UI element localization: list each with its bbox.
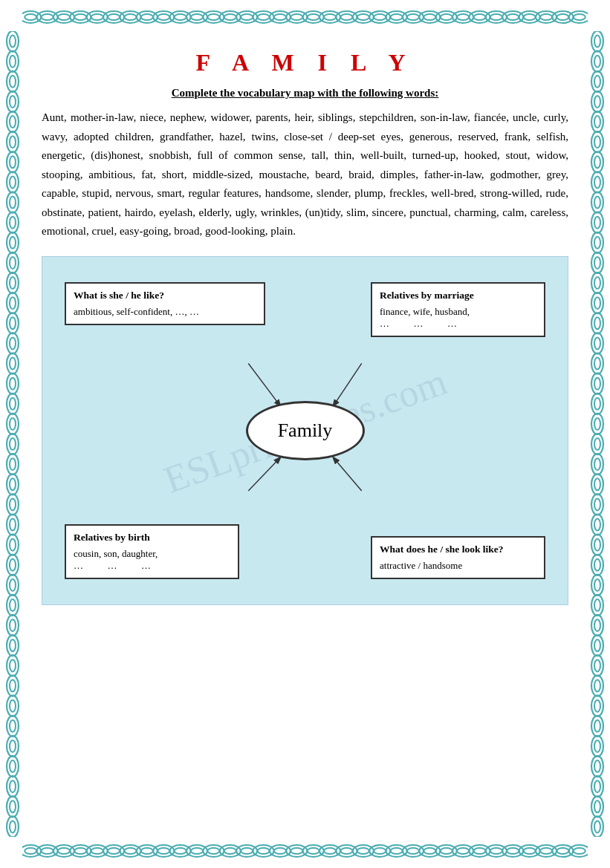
- svg-point-242: [594, 237, 600, 249]
- svg-line-2: [334, 363, 362, 405]
- svg-point-153: [7, 151, 19, 172]
- svg-point-72: [574, 14, 585, 20]
- svg-point-290: [594, 720, 600, 732]
- svg-point-125: [452, 845, 473, 857]
- svg-point-54: [424, 14, 435, 20]
- svg-point-80: [74, 848, 86, 854]
- svg-point-198: [10, 599, 16, 611]
- svg-point-113: [353, 845, 374, 857]
- svg-point-263: [591, 454, 603, 474]
- svg-point-108: [308, 848, 319, 854]
- svg-point-132: [507, 848, 519, 854]
- box-relatives-birth-content: cousin, son, daughter, … … …: [74, 548, 230, 572]
- svg-point-9: [53, 11, 74, 23]
- svg-point-33: [253, 11, 274, 23]
- box-relatives-marriage-title: Relatives by marriage: [380, 290, 536, 301]
- svg-point-250: [594, 317, 600, 329]
- svg-point-100: [241, 848, 253, 854]
- svg-point-240: [594, 217, 600, 229]
- svg-point-109: [319, 845, 340, 857]
- svg-point-247: [591, 293, 603, 313]
- svg-point-157: [7, 192, 19, 213]
- svg-point-89: [153, 845, 174, 857]
- svg-point-147: [7, 91, 19, 112]
- svg-point-193: [7, 555, 19, 575]
- svg-point-199: [7, 615, 19, 636]
- svg-point-257: [591, 394, 603, 414]
- svg-point-269: [591, 515, 603, 535]
- svg-point-248: [594, 297, 600, 309]
- svg-point-27: [203, 11, 224, 23]
- svg-point-255: [591, 373, 603, 394]
- svg-point-220: [10, 820, 16, 832]
- svg-point-59: [470, 11, 490, 23]
- svg-point-40: [308, 14, 319, 20]
- svg-point-169: [7, 313, 19, 333]
- svg-point-194: [10, 559, 16, 571]
- svg-point-197: [7, 595, 19, 616]
- svg-point-99: [236, 845, 257, 857]
- svg-point-90: [158, 848, 169, 854]
- svg-point-298: [594, 800, 600, 812]
- svg-point-264: [594, 458, 600, 470]
- svg-line-4: [334, 457, 362, 491]
- box-look-like-content: attractive / handsome: [380, 560, 536, 572]
- svg-point-155: [7, 172, 19, 192]
- svg-point-114: [357, 848, 369, 854]
- svg-point-144: [10, 56, 16, 68]
- svg-point-23: [170, 11, 191, 23]
- word-list: Aunt, mother-in-law, niece, nephew, wido…: [42, 108, 568, 241]
- svg-point-49: [386, 11, 407, 23]
- svg-point-256: [594, 378, 600, 390]
- svg-point-63: [502, 11, 523, 23]
- svg-point-52: [407, 14, 419, 20]
- svg-point-252: [594, 337, 600, 349]
- svg-point-15: [103, 11, 124, 23]
- svg-point-143: [7, 51, 19, 72]
- svg-point-171: [7, 333, 19, 353]
- svg-point-208: [10, 700, 16, 712]
- svg-point-184: [10, 458, 16, 470]
- svg-point-162: [10, 237, 16, 249]
- svg-point-196: [10, 579, 16, 591]
- svg-point-215: [7, 776, 19, 797]
- instruction-text: Complete the vocabulary map with the fol…: [42, 87, 568, 99]
- svg-point-225: [591, 71, 603, 92]
- svg-point-103: [270, 845, 291, 857]
- svg-point-93: [186, 845, 207, 857]
- svg-point-217: [7, 796, 19, 817]
- svg-point-173: [7, 353, 19, 374]
- svg-point-163: [7, 252, 19, 273]
- svg-point-166: [10, 277, 16, 289]
- svg-point-94: [191, 848, 203, 854]
- svg-point-237: [591, 192, 603, 213]
- main-content: F A M I L Y Complete the vocabulary map …: [27, 36, 583, 635]
- svg-point-111: [336, 845, 357, 857]
- svg-point-274: [594, 559, 600, 571]
- svg-point-37: [286, 11, 307, 23]
- svg-point-29: [220, 11, 241, 23]
- svg-point-267: [591, 494, 603, 515]
- center-oval-label: Family: [278, 420, 333, 442]
- svg-point-150: [10, 116, 16, 128]
- svg-point-209: [7, 716, 19, 737]
- page: // We'll just repeat the clip shape many…: [0, 0, 610, 868]
- svg-point-164: [10, 257, 16, 269]
- svg-point-179: [7, 414, 19, 434]
- box-what-like: What is she / he like? ambitious, self-c…: [65, 282, 265, 325]
- svg-point-45: [353, 11, 374, 23]
- svg-point-97: [220, 845, 241, 857]
- bottom-border-svg: [22, 837, 588, 865]
- svg-point-12: [74, 14, 86, 20]
- svg-point-34: [258, 14, 270, 20]
- svg-point-137: [552, 845, 573, 857]
- svg-point-222: [594, 36, 600, 48]
- svg-point-131: [502, 845, 523, 857]
- svg-point-112: [340, 848, 352, 854]
- svg-point-294: [594, 760, 600, 772]
- svg-point-16: [108, 14, 120, 20]
- svg-point-246: [594, 277, 600, 289]
- svg-point-207: [7, 696, 19, 717]
- svg-point-284: [594, 659, 600, 671]
- svg-point-234: [594, 156, 600, 168]
